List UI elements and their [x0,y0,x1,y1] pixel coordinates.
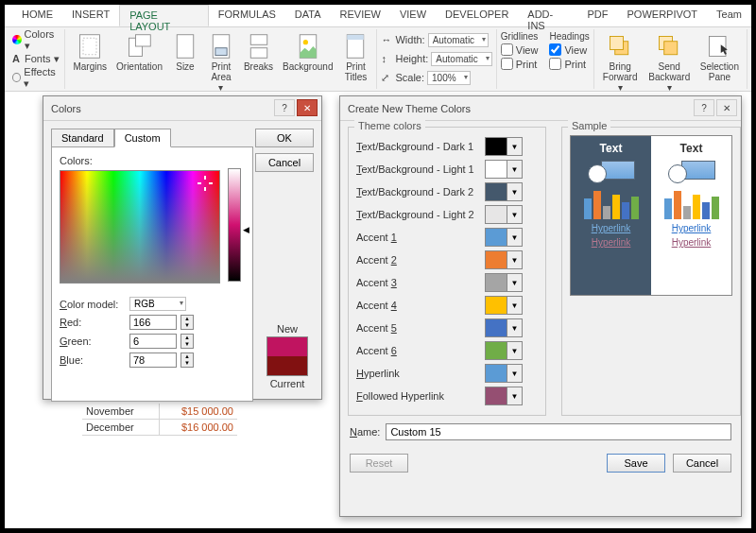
size-button[interactable]: Size [168,31,202,74]
themes-colors[interactable]: Colors ▾ [12,31,60,48]
color-model-dropdown[interactable]: RGB [129,297,186,311]
background-icon [295,33,321,60]
theme-color-row: Text/Background - Light 1▼ [356,158,538,181]
headings-print-check[interactable]: Print [549,58,589,70]
green-input[interactable] [129,334,177,349]
help-button[interactable]: ? [274,99,295,116]
print-titles-button[interactable]: Print Titles [338,31,372,84]
theme-color-dropdown[interactable]: ▼ [485,296,523,315]
ribbon-tab-data[interactable]: DATA [285,5,331,26]
ribbon-tab-page-layout[interactable]: PAGE LAYOUT [119,5,209,26]
theme-help-button[interactable]: ? [694,99,714,116]
theme-colors-group-title: Theme colors [354,120,425,131]
theme-color-label: Accent 2 [356,254,485,266]
cancel-button[interactable]: Cancel [255,153,314,172]
svg-rect-4 [177,35,194,59]
ribbon-tab-team[interactable]: Team [707,5,751,26]
theme-color-dropdown[interactable]: ▼ [485,160,523,179]
headings-title: Headings [549,31,589,42]
cell-month-2: December [82,420,160,436]
color-field[interactable] [60,170,220,284]
ribbon-tab-add-ins[interactable]: ADD-INS [518,5,577,26]
color-crosshair [200,179,210,188]
ribbon-tab-home[interactable]: HOME [12,5,62,26]
tab-standard[interactable]: Standard [51,129,114,147]
margins-icon [77,33,103,60]
blue-input[interactable] [129,352,177,368]
svg-rect-3 [136,35,151,46]
svg-rect-16 [664,42,678,55]
gridlines-view-check[interactable]: View [501,43,539,56]
cell-amount-2: $16 000.00 [160,420,237,436]
themes-fonts[interactable]: AFonts ▾ [12,50,60,67]
print-area-button[interactable]: Print Area ▾ [204,31,238,95]
bring-forward-icon [607,33,633,60]
ribbon-tab-developer[interactable]: DEVELOPER [436,5,518,26]
ribbon-tabs: HOMEINSERTPAGE LAYOUTFORMULASDATAREVIEWV… [5,5,751,27]
theme-name-input[interactable] [386,423,731,440]
sample-group-title: Sample [568,120,610,131]
green-spinner[interactable]: ▲▼ [180,334,194,349]
tab-custom[interactable]: Custom [114,129,171,147]
svg-point-10 [303,40,308,44]
ok-button[interactable]: OK [255,129,314,147]
theme-color-label: Text/Background - Light 1 [356,163,485,175]
selection-pane-button[interactable]: Selection Pane [696,31,743,84]
svg-rect-14 [610,37,624,50]
red-input[interactable] [129,315,177,330]
orientation-button[interactable]: Orientation [112,31,166,74]
svg-rect-7 [250,35,267,45]
background-button[interactable]: Background [279,31,336,74]
theme-color-dropdown[interactable]: ▼ [485,250,523,269]
sample-followed-dark: Hyperlink [592,237,631,248]
theme-color-dropdown[interactable]: ▼ [485,364,523,383]
theme-close-button[interactable]: ✕ [716,99,737,116]
scale-icon: ⤢ [381,72,392,84]
theme-color-label: Accent 4 [356,300,485,311]
themes-effects[interactable]: Effects ▾ [12,69,60,86]
close-button[interactable]: ✕ [297,99,318,116]
sample-followed-light: Hyperlink [672,237,712,248]
reset-button[interactable]: Reset [350,454,408,473]
breaks-button[interactable]: Breaks [240,31,277,74]
theme-cancel-button[interactable]: Cancel [673,454,731,473]
theme-color-dropdown[interactable]: ▼ [485,137,523,156]
height-dropdown[interactable]: Automatic [431,52,491,66]
sample-text-light: Text [680,142,703,155]
gridlines-print-check[interactable]: Print [501,58,539,70]
theme-dialog-title: Create New Theme Colors ? ✕ [340,96,741,121]
send-backward-button[interactable]: Send Backward ▾ [644,31,695,95]
margins-button[interactable]: Margins [69,31,111,74]
ribbon-tab-pdf[interactable]: PDF [578,5,618,26]
luminance-pointer: ◀ [243,225,249,234]
scale-spinner[interactable]: 100% [427,71,471,85]
theme-color-dropdown[interactable]: ▼ [485,387,523,405]
luminance-slider[interactable] [228,168,241,282]
theme-color-row: Accent 4▼ [356,294,538,317]
theme-color-row: Followed Hyperlink▼ [356,385,538,407]
green-label: Green: [60,335,126,347]
width-dropdown[interactable]: Automatic [428,33,489,47]
theme-color-row: Text/Background - Dark 2▼ [356,181,538,203]
theme-color-dropdown[interactable]: ▼ [485,273,523,292]
theme-color-dropdown[interactable]: ▼ [485,318,523,337]
theme-color-row: Accent 2▼ [356,249,538,271]
save-button[interactable]: Save [607,454,665,473]
headings-view-check[interactable]: View [549,43,589,56]
bring-forward-button[interactable]: Bring Forward ▾ [598,31,643,95]
ribbon-tab-review[interactable]: REVIEW [331,5,390,26]
theme-color-dropdown[interactable]: ▼ [485,182,523,201]
ribbon-tab-powerpivot[interactable]: POWERPIVOT [618,5,708,26]
blue-spinner[interactable]: ▲▼ [180,352,194,368]
theme-color-dropdown[interactable]: ▼ [485,341,523,360]
theme-color-dropdown[interactable]: ▼ [485,205,523,224]
red-spinner[interactable]: ▲▼ [180,315,194,330]
theme-color-label: Hyperlink [356,368,485,379]
ribbon-tab-view[interactable]: VIEW [390,5,436,26]
ribbon-tab-formulas[interactable]: FORMULAS [209,5,285,26]
ribbon-tab-insert[interactable]: INSERT [62,5,119,26]
svg-rect-12 [348,35,365,40]
ribbon-body: Colors ▾ AFonts ▾ Effects ▾ Margins Orie… [5,27,751,92]
theme-color-dropdown[interactable]: ▼ [485,228,523,247]
theme-color-row: Accent 6▼ [356,339,538,362]
